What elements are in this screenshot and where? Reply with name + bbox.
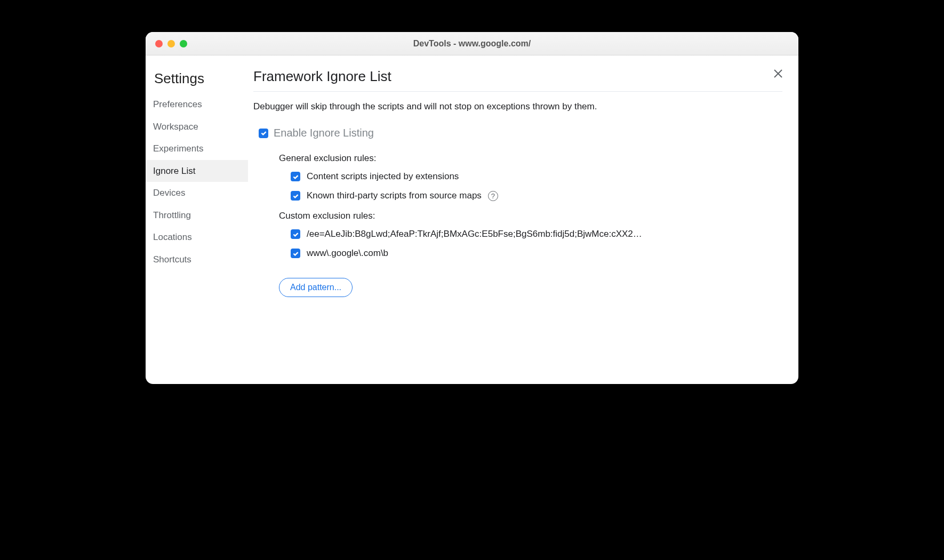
sidebar-item-throttling[interactable]: Throttling	[146, 204, 248, 227]
titlebar: DevTools - www.google.com/	[146, 32, 798, 55]
custom-rule-1-label[interactable]: www\.google\.com\b	[307, 248, 388, 259]
sidebar-item-workspace[interactable]: Workspace	[146, 116, 248, 138]
general-rule-third-party: Known third-party scripts from source ma…	[291, 190, 782, 201]
custom-rule-1: www\.google\.com\b	[291, 248, 782, 259]
page-description: Debugger will skip through the scripts a…	[253, 101, 782, 112]
window-title: DevTools - www.google.com/	[146, 39, 798, 49]
sidebar: Settings Preferences Workspace Experimen…	[146, 55, 248, 384]
custom-rule-0: /ee=ALeJib:B8gLwd;AfeaP:TkrAjf;BMxAGc:E5…	[291, 229, 782, 239]
page-title: Framework Ignore List	[253, 68, 782, 92]
enable-ignore-listing-row: Enable Ignore Listing	[259, 127, 782, 139]
main-panel: Framework Ignore List Debugger will skip…	[248, 55, 798, 384]
custom-exclusion-title: Custom exclusion rules:	[279, 211, 782, 221]
custom-rule-0-checkbox[interactable]	[291, 229, 300, 239]
custom-rule-0-label[interactable]: /ee=ALeJib:B8gLwd;AfeaP:TkrAjf;BMxAGc:E5…	[307, 229, 642, 239]
general-exclusion-title: General exclusion rules:	[279, 153, 782, 164]
general-exclusion-section: General exclusion rules: Content scripts…	[279, 153, 782, 201]
general-rule-content-scripts-checkbox[interactable]	[291, 172, 300, 181]
traffic-lights	[155, 40, 187, 47]
minimize-window-icon[interactable]	[167, 40, 175, 47]
help-icon[interactable]: ?	[488, 191, 498, 201]
custom-rule-1-checkbox[interactable]	[291, 249, 300, 258]
close-icon[interactable]	[772, 67, 785, 80]
devtools-window: DevTools - www.google.com/ Settings Pref…	[146, 32, 798, 384]
sidebar-item-devices[interactable]: Devices	[146, 182, 248, 204]
sidebar-item-preferences[interactable]: Preferences	[146, 93, 248, 116]
sidebar-item-ignore-list[interactable]: Ignore List	[146, 160, 248, 182]
enable-ignore-listing-checkbox[interactable]	[259, 129, 268, 138]
sidebar-item-shortcuts[interactable]: Shortcuts	[146, 249, 248, 271]
enable-ignore-listing-label: Enable Ignore Listing	[274, 127, 374, 139]
general-rule-content-scripts: Content scripts injected by extensions	[291, 171, 782, 182]
zoom-window-icon[interactable]	[180, 40, 187, 47]
general-rule-content-scripts-label: Content scripts injected by extensions	[307, 171, 459, 182]
general-rule-third-party-label: Known third-party scripts from source ma…	[307, 190, 482, 201]
custom-exclusion-section: Custom exclusion rules: /ee=ALeJib:B8gLw…	[279, 211, 782, 297]
sidebar-title: Settings	[146, 68, 248, 93]
close-window-icon[interactable]	[155, 40, 163, 47]
general-rule-third-party-checkbox[interactable]	[291, 191, 300, 201]
add-pattern-button[interactable]: Add pattern...	[279, 278, 353, 297]
content: Settings Preferences Workspace Experimen…	[146, 55, 798, 384]
sidebar-item-experiments[interactable]: Experiments	[146, 138, 248, 160]
sidebar-item-locations[interactable]: Locations	[146, 226, 248, 249]
